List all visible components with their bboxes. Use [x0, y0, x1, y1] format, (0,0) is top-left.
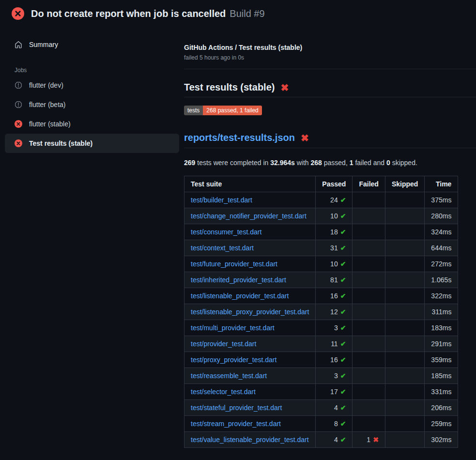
run-build-number: Build #9	[230, 8, 264, 19]
check-icon: ✔	[340, 244, 346, 252]
time-value: 311ms	[431, 308, 451, 316]
time-value: 324ms	[431, 228, 451, 236]
skipped-cell	[385, 304, 424, 320]
check-icon: ✔	[340, 372, 346, 380]
table-row: test/listenable_provider_test.dart 16✔ ✖…	[184, 288, 458, 304]
sidebar-item-flutter-dev[interactable]: flutter (dev)	[5, 76, 179, 95]
test-suite-link[interactable]: test/stateful_provider_test.dart	[191, 404, 282, 412]
sidebar-item-flutter-beta[interactable]: flutter (beta)	[5, 95, 179, 114]
sidebar-summary-label: Summary	[29, 41, 58, 48]
test-suite-link[interactable]: test/value_listenable_provider_test.dart	[191, 436, 309, 444]
col-header-test-suite: Test suite	[184, 176, 316, 192]
test-suite-link[interactable]: test/listenable_provider_test.dart	[191, 292, 289, 300]
job-label: Test results (stable)	[29, 139, 92, 147]
test-results-table: Test suite Passed Failed Skipped Time te…	[184, 176, 458, 448]
time-value: 183ms	[431, 324, 451, 332]
check-icon: ✔	[340, 420, 346, 428]
sidebar-item-flutter-stable[interactable]: flutter (stable)	[5, 114, 179, 134]
passed-count: 10	[330, 260, 338, 268]
col-header-skipped: Skipped	[385, 176, 424, 192]
report-file-link[interactable]: reports/test-results.json	[184, 132, 295, 143]
time-value: 302ms	[431, 436, 451, 444]
sidebar-item-test-results-stable[interactable]: Test results (stable)	[5, 134, 179, 153]
test-suite-link[interactable]: test/future_provider_test.dart	[191, 260, 277, 268]
job-label: flutter (beta)	[29, 101, 65, 108]
check-icon: ✔	[340, 436, 346, 444]
test-summary-line: 269 tests were completed in 32.964s with…	[184, 159, 476, 167]
table-row: test/stream_provider_test.dart 8✔ ✖ 259m…	[184, 416, 458, 432]
test-suite-link[interactable]: test/reassemble_test.dart	[191, 372, 267, 380]
skipped-cell	[385, 192, 424, 208]
summary-passed: 268	[311, 159, 322, 167]
skipped-cell	[385, 272, 424, 288]
passed-count: 11	[331, 340, 338, 348]
table-header-row: Test suite Passed Failed Skipped Time	[184, 176, 458, 192]
table-row: test/change_notifier_provider_test.dart …	[184, 208, 458, 224]
skipped-cell	[385, 240, 424, 256]
skipped-cell	[385, 208, 424, 224]
check-icon: ✔	[340, 260, 346, 268]
run-title: Do not create report when job is cancell…	[31, 8, 226, 19]
table-row: test/stateful_provider_test.dart 4✔ ✖ 20…	[184, 400, 458, 416]
skipped-cell	[385, 432, 424, 448]
test-suite-link[interactable]: test/multi_provider_test.dart	[191, 324, 275, 332]
passed-count: 18	[330, 228, 338, 236]
time-value: 185ms	[431, 372, 451, 380]
results-table-body: test/builder_test.dart 24✔ ✖ 375ms test/…	[184, 192, 458, 448]
skipped-cell	[385, 224, 424, 240]
sidebar-item-summary[interactable]: Summary	[5, 37, 179, 52]
passed-count: 8	[334, 420, 338, 428]
table-row: test/future_provider_test.dart 10✔ ✖ 272…	[184, 256, 458, 272]
skipped-cell	[385, 288, 424, 304]
job-label: flutter (stable)	[29, 120, 71, 128]
check-icon: ✔	[340, 388, 346, 396]
table-row: test/inherited_provider_test.dart 81✔ ✖ …	[184, 272, 458, 288]
run-meta: failed 5 hours ago in 0s	[184, 54, 476, 61]
test-suite-link[interactable]: test/builder_test.dart	[191, 196, 252, 204]
test-suite-link[interactable]: test/context_test.dart	[191, 244, 254, 252]
test-suite-link[interactable]: test/proxy_provider_test.dart	[191, 356, 276, 364]
test-suite-link[interactable]: test/stream_provider_test.dart	[191, 420, 281, 428]
summary-duration: 32.964s	[270, 159, 295, 167]
report-file-row: reports/test-results.json ✖	[184, 132, 476, 148]
test-suite-link[interactable]: test/change_notifier_provider_test.dart	[191, 212, 307, 220]
test-suite-link[interactable]: test/provider_test.dart	[191, 340, 256, 348]
check-icon: ✔	[340, 308, 346, 316]
time-value: 644ms	[431, 244, 451, 252]
skipped-cell	[385, 256, 424, 272]
col-header-failed: Failed	[353, 176, 385, 192]
table-row: test/listenable_proxy_provider_test.dart…	[184, 304, 458, 320]
col-header-passed: Passed	[316, 176, 353, 192]
table-row: test/builder_test.dart 24✔ ✖ 375ms	[184, 192, 458, 208]
badge-label: tests	[184, 106, 203, 115]
passed-count: 16	[330, 356, 338, 364]
summary-total: 269	[184, 159, 195, 167]
time-value: 331ms	[431, 388, 451, 396]
passed-count: 3	[334, 324, 338, 332]
check-icon: ✔	[340, 404, 346, 412]
time-value: 375ms	[431, 196, 451, 204]
run-header: Do not create report when job is cancell…	[0, 0, 476, 26]
passed-count: 3	[334, 372, 338, 380]
test-suite-link[interactable]: test/consumer_test.dart	[191, 228, 261, 236]
test-suite-link[interactable]: test/inherited_provider_test.dart	[191, 276, 286, 284]
table-row: test/reassemble_test.dart 3✔ ✖ 185ms	[184, 368, 458, 384]
time-value: 206ms	[431, 404, 451, 412]
time-value: 322ms	[431, 292, 451, 300]
tests-status-badge: tests 268 passed, 1 failed	[184, 106, 262, 115]
table-row: test/consumer_test.dart 18✔ ✖ 324ms	[184, 224, 458, 240]
main-content: GitHub Actions / Test results (stable) f…	[184, 26, 476, 448]
passed-count: 10	[330, 212, 338, 220]
skipped-cell	[385, 416, 424, 432]
skipped-cell	[385, 400, 424, 416]
check-icon: ✔	[340, 324, 346, 332]
test-suite-link[interactable]: test/listenable_proxy_provider_test.dart	[191, 308, 309, 316]
passed-count: 17	[330, 388, 338, 396]
test-suite-link[interactable]: test/selector_test.dart	[191, 388, 256, 396]
table-row: test/provider_test.dart 11✔ ✖ 291ms	[184, 336, 458, 352]
passed-count: 24	[330, 196, 338, 204]
x-circle-icon	[15, 120, 22, 128]
passed-count: 4	[334, 404, 338, 412]
time-value: 1.065s	[431, 276, 451, 284]
check-icon: ✔	[340, 196, 346, 204]
